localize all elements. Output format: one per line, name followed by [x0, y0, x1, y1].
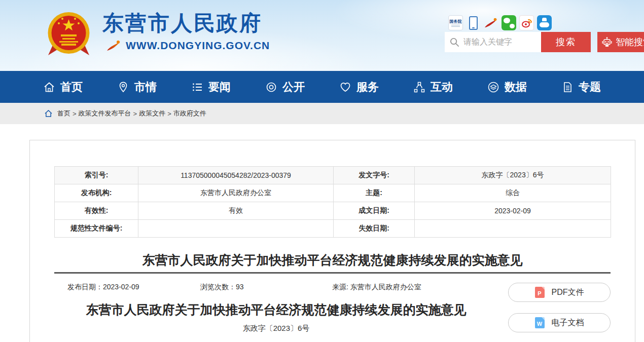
- meta-label-cell: 成文日期:: [334, 202, 415, 220]
- view-count: 浏览次数：93: [200, 283, 332, 291]
- meta-value-cell: 2023-02-09: [415, 202, 611, 220]
- meta-label-cell: 失效日期:: [334, 220, 415, 238]
- meta-value-cell: 113705000045054282/2023-00379: [138, 167, 334, 184]
- site-url: WWW.DONGYING.GOV.CN: [126, 40, 270, 52]
- source: 来源: 东营市人民政府办公室: [332, 283, 421, 291]
- workflow-icon: [413, 81, 425, 93]
- nav-item-news[interactable]: 要闻: [191, 80, 231, 95]
- quick-links: 国务院: [448, 15, 552, 30]
- nav-item-data[interactable]: 数据: [487, 80, 527, 95]
- meta-value-cell: 东营市人民政府办公室: [138, 184, 334, 202]
- site-title-block: 东营市人民政府 WWW.DONGYING.GOV.CN: [102, 10, 270, 52]
- word-file-icon: W: [535, 317, 545, 328]
- title-divider: [54, 272, 611, 274]
- breadcrumb-home-icon: [45, 110, 52, 117]
- meta-label-cell: 发文字号:: [334, 167, 415, 184]
- breadcrumb-platform[interactable]: 政策文件发布平台: [79, 109, 131, 118]
- meta-label-cell: 主题:: [334, 184, 415, 202]
- layers-icon: [487, 81, 499, 93]
- smart-search-button[interactable]: 智能搜索: [597, 32, 644, 52]
- breadcrumb: 首页 > 政策文件发布平台 > 政策文件 > 市政府文件: [0, 103, 644, 124]
- meta-label-cell: 规范性文件编号:: [55, 220, 138, 238]
- wechat-icon[interactable]: [502, 15, 516, 30]
- site-name: 东营市人民政府: [102, 10, 270, 36]
- weibo-icon[interactable]: [519, 15, 534, 30]
- meta-value-cell: [138, 220, 334, 238]
- search-icon: [450, 37, 459, 47]
- document-icon: [561, 81, 574, 93]
- pdf-file-icon: P: [535, 287, 545, 298]
- meta-value-cell: 有效: [138, 202, 334, 220]
- pdf-file-button[interactable]: P PDF文件: [508, 283, 611, 302]
- table-row: 发布机构: 东营市人民政府办公室 主题: 综合: [55, 184, 611, 202]
- target-icon: [265, 81, 277, 93]
- meta-value-cell: [415, 220, 611, 238]
- national-emblem-icon: [47, 10, 90, 57]
- nav-item-interaction[interactable]: 互动: [413, 80, 453, 95]
- table-row: 规范性文件编号: 失效日期:: [55, 220, 611, 238]
- document-card: 索引号: 113705000045054282/2023-00379 发文字号:…: [29, 140, 635, 342]
- word-button-label: 电子文档: [552, 318, 584, 328]
- publish-date: 发布日期：2023-02-09: [67, 283, 200, 291]
- nav-item-home[interactable]: 首页: [43, 80, 83, 95]
- app-client-icon[interactable]: [537, 15, 552, 30]
- meta-value-cell: 东政字〔2023〕6号: [415, 167, 611, 184]
- site-logo[interactable]: 东营市人民政府 WWW.DONGYING.GOV.CN: [47, 10, 270, 57]
- document-number: 东政字〔2023〕6号: [54, 324, 498, 333]
- page-title: 东营市人民政府关于加快推动平台经济规范健康持续发展的实施意见: [54, 251, 611, 269]
- meta-label-cell: 索引号:: [55, 167, 138, 184]
- nav-item-disclosure[interactable]: 公开: [265, 80, 305, 95]
- meta-value-cell: 综合: [415, 184, 611, 202]
- article-meta-line: 发布日期：2023-02-09 浏览次数：93 来源: 东营市人民政府办公室: [54, 283, 498, 291]
- nav-item-services[interactable]: 服务: [339, 80, 379, 95]
- robot-icon: [601, 36, 613, 48]
- search-button[interactable]: 搜索: [541, 32, 591, 52]
- breadcrumb-policy-files[interactable]: 政策文件: [139, 109, 165, 118]
- pdf-button-label: PDF文件: [552, 287, 584, 298]
- main-nav: 首页 市情 要闻 公开 服务: [0, 71, 644, 103]
- mobile-version-icon[interactable]: [466, 15, 481, 30]
- gov-client-icon[interactable]: 国务院: [448, 15, 463, 30]
- search-input[interactable]: [463, 37, 534, 47]
- article-area: 发布日期：2023-02-09 浏览次数：93 来源: 东营市人民政府办公室 东…: [54, 283, 498, 333]
- table-row: 索引号: 113705000045054282/2023-00379 发文字号:…: [55, 167, 611, 184]
- search-bar: 搜索 智能搜索: [445, 32, 644, 52]
- search-box: [445, 32, 541, 52]
- main-content: 索引号: 113705000045054282/2023-00379 发文字号:…: [0, 140, 644, 342]
- breadcrumb-home[interactable]: 首页: [57, 109, 70, 118]
- nav-item-city[interactable]: 市情: [117, 80, 157, 95]
- word-file-button[interactable]: W 电子文档: [508, 313, 611, 332]
- site-mark-icon[interactable]: [484, 15, 498, 30]
- table-row: 有效性: 有效 成文日期: 2023-02-09: [55, 202, 611, 220]
- site-header: 东营市人民政府 WWW.DONGYING.GOV.CN 国务院: [0, 0, 644, 71]
- breadcrumb-current: 市政府文件: [173, 109, 206, 118]
- list-icon: [191, 81, 203, 93]
- meta-label-cell: 有效性:: [55, 202, 138, 220]
- document-title: 东营市人民政府关于加快推动平台经济规范健康持续发展的实施意见: [54, 301, 498, 318]
- heart-icon: [339, 81, 351, 93]
- nav-item-topics[interactable]: 专题: [561, 80, 601, 95]
- document-meta-table: 索引号: 113705000045054282/2023-00379 发文字号:…: [54, 166, 611, 238]
- swoosh-icon: [106, 40, 122, 51]
- attachment-buttons: P PDF文件 W 电子文档: [508, 283, 611, 333]
- smart-search-label: 智能搜索: [616, 36, 644, 48]
- home-icon: [43, 81, 55, 93]
- map-pin-icon: [117, 81, 129, 93]
- meta-label-cell: 发布机构:: [55, 184, 138, 202]
